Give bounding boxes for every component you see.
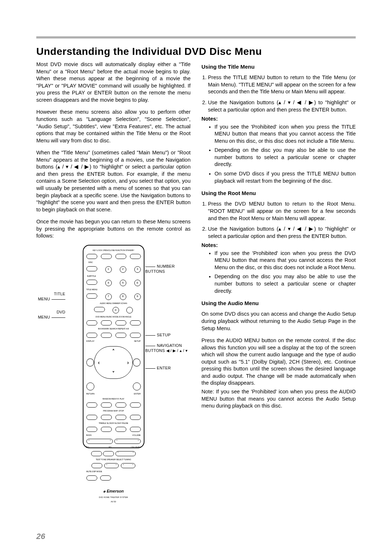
remote-body: KEY LOCK OPEN/CLOSE FUNCTION STANDBY DIS… (83, 245, 144, 448)
bookmark-label: BOOKMARK SEARCH REPEAT A-B (86, 328, 141, 330)
tm-labels: AUDIO MENU DIMMER VCHAN (86, 302, 141, 305)
title-menu-steps: Press the TITLE MENU button to return to… (208, 74, 356, 113)
right-column: Using the Title Menu Press the TITLE MEN… (201, 61, 356, 470)
arrows-inline: ▴ / ▾ / ◀ / ▶ (278, 100, 314, 105)
disc-label: DISC (86, 261, 141, 264)
nav-arrows-inline: ▴ / ▾ / ◀ / ▶ (57, 164, 90, 170)
root-note-1: If you see the 'Prohibited' icon when yo… (215, 250, 356, 271)
p3-label: P3 (109, 446, 111, 449)
heading-title-menu: Using the Title Menu (201, 63, 356, 70)
top-rule (36, 36, 356, 39)
intro-p4: Once the movie has begun you can return … (36, 218, 191, 240)
title-note-3: On some DVD discs if you press the TITLE… (215, 170, 356, 185)
bookmark-row (86, 333, 141, 338)
two-column-layout: Most DVD movie discs will automatically … (36, 61, 356, 470)
testtone-row: ˅˄˅˄ (90, 463, 137, 468)
num-row-4: 0 (90, 307, 137, 313)
pause-row-label: TREBLE SLOW.R SLOW.F PAUSE (86, 422, 141, 425)
callout-dvd-menu: DVD MENU (33, 309, 65, 320)
num-row-3: 789 (86, 293, 141, 300)
callout-title-menu: TITLE MENU (33, 291, 65, 302)
setup-button (133, 358, 140, 366)
root-step-1: Press the DVD MENU button to return to t… (208, 200, 356, 222)
return-label: RETURN (86, 393, 95, 395)
dvdmenu-label: DVD MENU MUSIC MODE ZOOM ANGLE (86, 316, 141, 318)
audio-p1: On some DVD discs you can access and cha… (201, 311, 356, 332)
title-notes-list: If you see the 'Prohibited' icon when yo… (215, 123, 356, 185)
audio-p2: Press the AUDIO MENU button on the remot… (201, 337, 356, 387)
callout-number-buttons: NUMBER BUTTONS (145, 264, 175, 274)
num-row-1: 123 (86, 266, 141, 273)
root-note-2: Depending on the disc you may also be ab… (215, 273, 356, 295)
navigation-pad: ˄˅‹› (94, 346, 133, 379)
notes-label-1: Notes: (201, 116, 356, 123)
title-note-1: If you see the 'Prohibited' icon when yo… (215, 123, 356, 145)
title-step-2: Use the Navigation buttons (▴ / ▾ / ◀ / … (208, 99, 356, 113)
title-step-1: Press the TITLE MENU button to return to… (208, 74, 356, 96)
dvd-menu-row (86, 320, 141, 325)
mute-label: MUTE DSP MODE (86, 470, 141, 473)
nav-row: ˄˅‹› (86, 345, 141, 380)
callout-setup: SETUP (145, 332, 171, 337)
num-row-2: 456 (86, 280, 141, 286)
left-column: Most DVD movie discs will automatically … (36, 61, 191, 470)
subtitle-label: SUBTITLE (86, 275, 141, 278)
arrows-inline-2: ▴ / ▾ / ◀ / ▶ (278, 226, 314, 232)
remote-diagram: TITLE MENU DVD MENU NUMBER BUTTONS SETUP… (36, 245, 191, 470)
display-button (86, 358, 94, 366)
stop-row (86, 415, 141, 420)
play-row-label: RANDOM REW F.F. PLAY (86, 398, 141, 400)
titlemenu-label: TITLE MENU (86, 288, 141, 291)
title-note-2: Depending on the disc you may also be ab… (215, 147, 356, 168)
return-enter-row (86, 382, 141, 390)
intro-p3: When the "Title Menu" (sometimes called … (36, 149, 191, 213)
setup-label: SETUP (134, 340, 140, 343)
play-row (86, 402, 141, 408)
root-notes-list: If you see the 'Prohibited' icon when yo… (215, 250, 356, 295)
intro-p2: However these menu screens also allow yo… (36, 109, 191, 144)
brand-model: AV-50 (111, 501, 116, 503)
mute-row (86, 475, 141, 481)
chlevel-label: CH LEVEL (131, 446, 141, 449)
display-label: DISPLAY (86, 340, 95, 343)
p3b: ) to "highlight" or select a particular … (36, 164, 191, 212)
bass-vol-row: ˅˄˅˄ (86, 439, 141, 444)
volume-label: VOLUME (132, 434, 140, 437)
heading-root-menu: Using the Root Menu (201, 190, 356, 197)
heading-audio-menu: Using the Audio Menu (201, 300, 356, 307)
notes-label-2: Notes: (201, 242, 356, 249)
root-step-2: Use the Navigation buttons (▴ / ▾ / ◀ / … (208, 226, 356, 240)
page-title: Understanding the Individual DVD Disc Me… (36, 46, 356, 57)
row1-labels: KEY LOCK OPEN/CLOSE FUNCTION STANDBY (86, 249, 141, 252)
testtone-label: TEST TONE SPEAKER SELECT TUNING (86, 458, 141, 461)
enter-label: ENTER (134, 393, 141, 395)
audio-note: Note: If you see the 'Prohibited' icon w… (201, 388, 356, 410)
callout-enter: ENTER (145, 365, 171, 370)
callout-navigation: NAVIGATION BUTTONS ◀ / ▶ / ▴ / ▾ (145, 343, 188, 353)
eq-label: EQ (86, 446, 89, 449)
page-number: 26 (36, 532, 45, 541)
pause-row (86, 427, 141, 432)
brand-logo: ⊕ Emerson (103, 489, 124, 494)
brand-subtitle: DVD HOME THEATER SYSTEM (99, 496, 128, 499)
eq-row: ˅˄ (90, 451, 137, 456)
stop-row-label: PROGRAM SKIP- STOP (86, 410, 141, 412)
bass-label: BASS (86, 434, 92, 437)
intro-p1: Most DVD movie discs will automatically … (36, 61, 191, 104)
root-menu-steps: Press the DVD MENU button to return to t… (208, 200, 356, 240)
top-pill-row (86, 254, 141, 259)
